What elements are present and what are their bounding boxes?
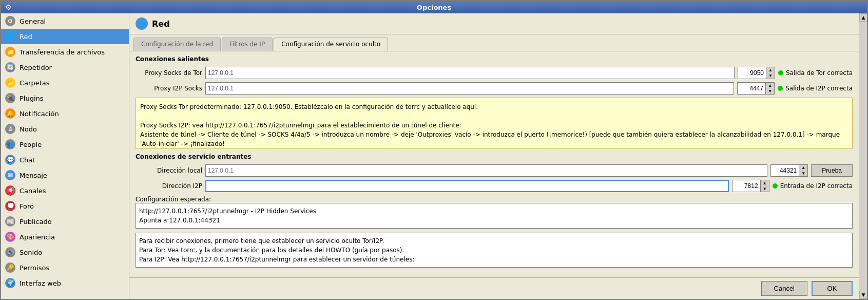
config-expected-section: Configuración esperada: http://127.0.0.1… [136, 195, 853, 229]
main-content: ⚙General🌐Red📁Transferencia de archivos🔄R… [1, 13, 867, 299]
proxy-i2p-port-down[interactable]: ▼ [766, 88, 774, 94]
tab-content: Conexiones salientes Proxy Socks de Tor … [129, 51, 859, 277]
i2p-addr-input[interactable] [205, 180, 729, 192]
proxy-tor-port-spinner: ▲ ▼ [738, 67, 775, 79]
i2p-addr-row: Dirección I2P ▲ ▼ Entrada de I2P correct… [136, 180, 853, 192]
proxy-i2p-port-input[interactable] [737, 82, 765, 95]
bottom-info-box: Para recibir conexiones, primero tiene q… [136, 233, 853, 268]
sidebar-item-interfaz[interactable]: 🌍Interfaz web [1, 275, 129, 291]
main-window: ⚙ Opciones ⚙General🌐Red📁Transferencia de… [0, 0, 868, 300]
sidebar-item-nodo[interactable]: 🖥Nodo [1, 121, 129, 137]
scroll-up-arrow[interactable]: ▲ [859, 13, 867, 22]
sidebar-icon-apariencia: 🎨 [5, 232, 15, 242]
config-line-2: Apunta a:127.0.0.1:44321 [139, 216, 849, 225]
ok-button[interactable]: OK [812, 281, 853, 296]
tor-status: Salida de Tor correcta [778, 69, 853, 77]
titlebar: ⚙ Opciones [1, 1, 867, 13]
outgoing-info-text: Proxy Socks Tor predeterminado: 127.0.0.… [140, 103, 840, 149]
i2p-out-status-text: Salida de I2P correcta [785, 85, 853, 92]
i2p-addr-port-buttons: ▲ ▼ [760, 180, 769, 192]
sidebar-item-canales[interactable]: 📢Canales [1, 183, 129, 198]
sidebar-icon-interfaz: 🌍 [5, 278, 15, 288]
tab-configuracion-oculto[interactable]: Configuración de servicio oculto [274, 38, 388, 51]
bottom-info-text: Para recibir conexiones, primero tiene q… [139, 237, 414, 263]
sidebar-icon-repetidor: 🔄 [5, 62, 15, 72]
sidebar-item-sonido[interactable]: 🔊Sonido [1, 245, 129, 260]
sidebar-icon-chat: 💬 [5, 155, 15, 165]
i2p-addr-port-spinner: ▲ ▼ [732, 180, 769, 192]
sidebar-item-apariencia[interactable]: 🎨Apariencia [1, 229, 129, 245]
proxy-tor-port-down[interactable]: ▼ [766, 73, 775, 79]
i2p-addr-port-input[interactable] [732, 180, 760, 192]
tabs-bar: Configuración de la red Filtros de IP Co… [129, 34, 859, 51]
content-header-icon: 🌐 [136, 17, 148, 30]
local-addr-input[interactable] [205, 164, 767, 177]
sidebar-item-plugins[interactable]: 🔌Plugins [1, 90, 129, 106]
proxy-tor-input[interactable] [205, 67, 735, 79]
sidebar-icon-carpetas: 📂 [5, 78, 15, 88]
sidebar-label-mensaje: Mensaje [20, 172, 47, 179]
sidebar-label-apariencia: Apariencia [20, 233, 55, 241]
sidebar-label-publicado: Publicado [20, 218, 52, 226]
sidebar-item-notificacion[interactable]: 🔔Notificación [1, 106, 129, 121]
sidebar-label-permisos: Permisos [20, 264, 49, 272]
scroll-down-arrow[interactable]: ▼ [859, 291, 867, 299]
sidebar-icon-transferencia: 📁 [5, 47, 15, 57]
proxy-tor-port-input[interactable] [738, 67, 766, 79]
local-addr-label: Dirección local [136, 167, 202, 174]
sidebar-label-transferencia: Transferencia de archivos [20, 48, 105, 56]
vertical-scrollbar[interactable]: ▲ ▼ [859, 13, 867, 299]
sidebar-label-interfaz: Interfaz web [20, 279, 61, 287]
proxy-tor-row: Proxy Socks de Tor ▲ ▼ Salida de Tor cor… [136, 67, 853, 79]
cancel-button[interactable]: Cancel [761, 281, 807, 296]
test-button[interactable]: Prueba [811, 164, 853, 177]
sidebar-label-red: Red [20, 33, 32, 41]
sidebar-item-transferencia[interactable]: 📁Transferencia de archivos [1, 44, 129, 60]
sidebar: ⚙General🌐Red📁Transferencia de archivos🔄R… [1, 13, 129, 299]
local-addr-row: Dirección local ▲ ▼ Prueba [136, 164, 853, 177]
i2p-out-status-dot [778, 86, 783, 91]
sidebar-item-general[interactable]: ⚙General [1, 13, 129, 29]
sidebar-icon-publicado: 📰 [5, 216, 15, 227]
sidebar-icon-foro: 💭 [5, 201, 15, 211]
local-addr-port-down[interactable]: ▼ [799, 171, 807, 176]
proxy-i2p-row: Proxy I2P Socks ▲ ▼ Salida de I2P correc… [136, 82, 853, 95]
sidebar-item-red[interactable]: 🌐Red [1, 29, 129, 44]
i2p-addr-port-down[interactable]: ▼ [761, 186, 769, 192]
sidebar-icon-permisos: 🔑 [5, 262, 15, 273]
sidebar-item-mensaje[interactable]: ✉Mensaje [1, 167, 129, 183]
sidebar-item-permisos[interactable]: 🔑Permisos [1, 260, 129, 275]
tab-filtros-ip[interactable]: Filtros de IP [222, 38, 273, 51]
tab-configuracion-red[interactable]: Configuración de la red [133, 38, 221, 51]
sidebar-label-notificacion: Notificación [20, 110, 59, 118]
i2p-addr-port-up[interactable]: ▲ [761, 180, 769, 186]
sidebar-icon-nodo: 🖥 [5, 124, 15, 134]
proxy-i2p-input[interactable] [205, 82, 734, 95]
sidebar-label-foro: Foro [20, 202, 34, 210]
sidebar-icon-general: ⚙ [5, 16, 15, 26]
content-main: 🌐 Red Configuración de la red Filtros de… [129, 13, 859, 299]
sidebar-item-publicado[interactable]: 📰Publicado [1, 214, 129, 229]
proxy-tor-label: Proxy Socks de Tor [136, 69, 202, 77]
sidebar-label-general: General [20, 17, 46, 25]
sidebar-label-chat: Chat [20, 156, 35, 164]
local-addr-port-input[interactable] [770, 164, 799, 177]
sidebar-label-repetidor: Repetidor [20, 64, 52, 71]
sidebar-item-people[interactable]: 👥People [1, 137, 129, 152]
scroll-thumb[interactable] [859, 22, 867, 291]
local-addr-port-up[interactable]: ▲ [799, 165, 807, 171]
sidebar-label-plugins: Plugins [20, 95, 44, 102]
outgoing-section-title: Conexiones salientes [136, 55, 853, 63]
sidebar-item-foro[interactable]: 💭Foro [1, 198, 129, 214]
config-line-1: http://127.0.0.1:7657/i2ptunnelmgr - I2P… [139, 207, 849, 216]
window-title: Opciones [417, 4, 451, 11]
sidebar-item-carpetas[interactable]: 📂Carpetas [1, 75, 129, 90]
proxy-tor-port-up[interactable]: ▲ [766, 67, 775, 73]
proxy-i2p-port-up[interactable]: ▲ [766, 83, 774, 88]
sidebar-item-repetidor[interactable]: 🔄Repetidor [1, 60, 129, 75]
proxy-i2p-label: Proxy I2P Socks [136, 85, 202, 92]
sidebar-icon-sonido: 🔊 [5, 247, 15, 257]
sidebar-label-carpetas: Carpetas [20, 79, 49, 87]
sidebar-item-chat[interactable]: 💬Chat [1, 152, 129, 167]
bottom-bar: Cancel OK [129, 277, 859, 299]
